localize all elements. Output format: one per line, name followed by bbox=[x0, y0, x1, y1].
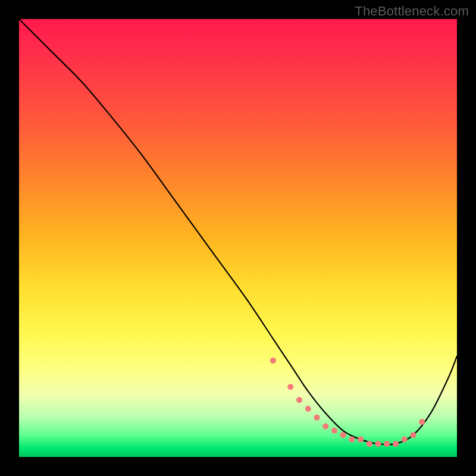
chart-svg bbox=[19, 19, 457, 457]
data-point bbox=[419, 419, 425, 425]
data-point bbox=[384, 441, 390, 447]
data-point bbox=[270, 358, 276, 364]
data-point bbox=[296, 397, 302, 403]
data-point bbox=[393, 441, 399, 447]
data-point bbox=[349, 437, 355, 443]
data-point bbox=[340, 432, 346, 438]
data-point bbox=[305, 406, 311, 412]
chart-frame: TheBottleneck.com bbox=[0, 0, 476, 476]
watermark-text: TheBottleneck.com bbox=[355, 4, 469, 19]
data-point bbox=[322, 424, 328, 430]
data-point bbox=[375, 441, 381, 447]
bottleneck-curve bbox=[19, 19, 457, 444]
data-point bbox=[358, 437, 364, 443]
plot-area bbox=[19, 19, 457, 457]
data-point bbox=[314, 415, 320, 421]
data-point bbox=[402, 437, 408, 443]
data-point bbox=[331, 428, 337, 434]
data-point bbox=[367, 441, 372, 447]
data-point bbox=[287, 384, 293, 390]
data-point bbox=[410, 432, 416, 438]
